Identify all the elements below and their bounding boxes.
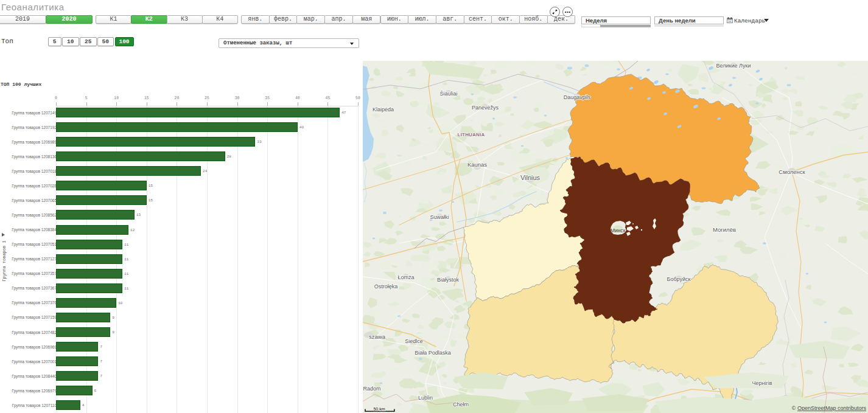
svg-text:Siedlce: Siedlce [405, 338, 423, 344]
svg-text:Biała Podlaska: Biała Podlaska [415, 350, 451, 356]
svg-text:Radom: Radom [363, 386, 380, 392]
svg-text:Бобруйск: Бобруйск [667, 276, 691, 282]
svg-text:Великие Луки: Великие Луки [716, 63, 751, 69]
svg-text:Białystok: Białystok [437, 277, 460, 283]
svg-text:Могилёв: Могилёв [713, 226, 736, 233]
svg-text:Šiauliai: Šiauliai [439, 91, 457, 97]
svg-text:Suwałki: Suwałki [430, 214, 449, 220]
svg-text:Минск: Минск [611, 227, 626, 234]
svg-text:Чернігів: Чернігів [752, 380, 772, 386]
svg-text:Kaunas: Kaunas [467, 161, 487, 168]
svg-text:LITHUANIA: LITHUANIA [458, 132, 485, 137]
svg-text:Chełm: Chełm [453, 401, 469, 408]
svg-text:szawa: szawa [369, 333, 386, 340]
svg-text:Lublin: Lublin [418, 395, 433, 401]
svg-text:Vilnius: Vilnius [520, 174, 541, 181]
svg-text:12: 12 [728, 19, 732, 23]
svg-text:Ostrołęka: Ostrołęka [374, 283, 398, 290]
svg-text:50 km: 50 km [373, 407, 385, 411]
svg-text:Panevėžys: Panevėžys [472, 105, 499, 111]
svg-text:Klaipėda: Klaipėda [373, 106, 394, 113]
svg-text:Смоленск: Смоленск [779, 168, 805, 175]
svg-text:Łomża: Łomża [397, 274, 414, 280]
svg-text:Daugavpils: Daugavpils [564, 94, 591, 100]
svg-text:© OpenStreetMap contributors: © OpenStreetMap contributors [792, 405, 867, 411]
